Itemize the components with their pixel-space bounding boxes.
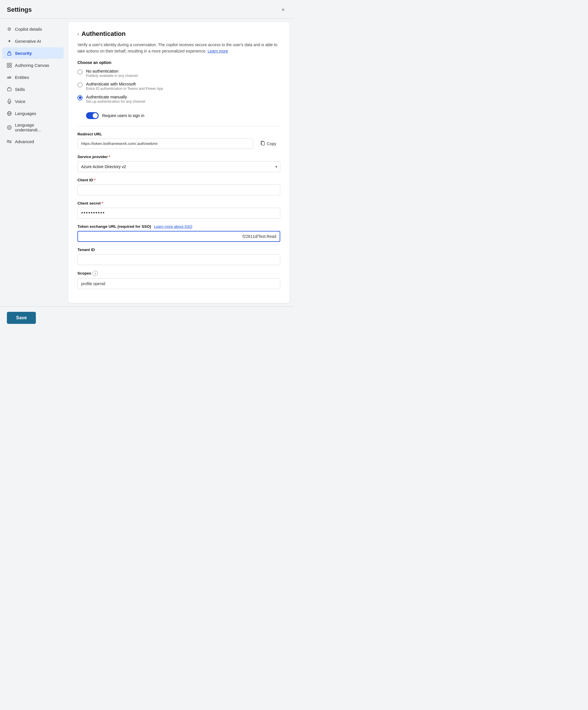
- service-provider-field: Service provider* Azure Active Directory…: [77, 155, 280, 172]
- sidebar-item-label: Voice: [15, 99, 25, 104]
- tenant-id-input[interactable]: [77, 254, 280, 265]
- back-row: ‹ Authentication: [77, 30, 280, 38]
- sso-learn-more-link[interactable]: Learn more about SSO: [154, 224, 192, 229]
- svg-point-16: [7, 140, 8, 141]
- svg-point-13: [8, 126, 10, 128]
- required-star: *: [94, 178, 95, 182]
- info-icon[interactable]: i: [93, 271, 98, 276]
- sidebar-item-language-understanding[interactable]: Language understandi...: [2, 120, 64, 135]
- sign-in-toggle-row: Require users to sign in: [86, 112, 280, 119]
- sidebar-item-skills[interactable]: Skills: [2, 84, 64, 95]
- service-provider-label: Service provider*: [77, 155, 280, 159]
- tenant-id-label: Tenant ID: [77, 247, 280, 252]
- sidebar-item-label: Copilot details: [15, 27, 42, 31]
- svg-rect-1: [7, 63, 9, 65]
- toggle-label: Require users to sign in: [102, 113, 144, 118]
- sidebar-item-security[interactable]: Security: [2, 47, 64, 59]
- sidebar-item-label: Languages: [15, 111, 36, 116]
- close-button[interactable]: ×: [279, 6, 287, 14]
- scopes-input[interactable]: [77, 278, 280, 289]
- radio-title-manual-auth: Authenticate manually: [86, 95, 145, 99]
- sidebar-item-generative-ai[interactable]: ✦ Generative AI: [2, 35, 64, 47]
- settings-window: Settings × ⚙ Copilot details ✦ Generativ…: [0, 0, 294, 355]
- redirect-url-input[interactable]: [77, 139, 253, 149]
- sidebar-item-voice[interactable]: Voice: [2, 96, 64, 107]
- radio-no-auth[interactable]: No authentication Publicly available in …: [77, 69, 280, 78]
- sidebar-item-advanced[interactable]: Advanced: [2, 136, 64, 147]
- sidebar-item-label: Entities: [15, 75, 29, 80]
- title-bar: Settings ×: [0, 0, 294, 18]
- radio-group: No authentication Publicly available in …: [77, 69, 280, 119]
- svg-rect-18: [262, 142, 264, 145]
- redirect-url-field: Redirect URL Copy: [77, 132, 280, 149]
- required-star: *: [101, 201, 103, 206]
- sidebar-item-languages[interactable]: Languages: [2, 108, 64, 119]
- scopes-label: Scopes i: [77, 271, 280, 276]
- tenant-id-field: Tenant ID: [77, 247, 280, 265]
- fields-section: Redirect URL Copy: [77, 126, 280, 289]
- client-id-field: Client ID*: [77, 178, 280, 195]
- advanced-icon: [6, 139, 12, 144]
- token-label-row: Token exchange URL (required for SSO) Le…: [77, 224, 280, 229]
- service-provider-select[interactable]: Azure Active Directory v2 Generic OAuth2…: [77, 161, 280, 172]
- sidebar-item-label: Security: [15, 51, 32, 56]
- learn-more-link[interactable]: Learn more: [208, 49, 228, 53]
- sidebar-item-label: Generative AI: [15, 39, 41, 44]
- copy-button[interactable]: Copy: [256, 139, 280, 149]
- token-exchange-url-input[interactable]: [77, 231, 280, 242]
- choose-option-label: Choose an option: [77, 60, 280, 65]
- radio-title-ms-auth: Authenticate with Microsoft: [86, 82, 163, 86]
- sidebar-item-label: Language understandi...: [15, 122, 60, 132]
- main-layout: ⚙ Copilot details ✦ Generative AI Securi…: [0, 19, 294, 306]
- sidebar-item-label: Skills: [15, 87, 25, 92]
- skills-icon: [6, 86, 12, 92]
- lock-icon: [6, 50, 12, 56]
- sidebar-item-label: Authoring Canvas: [15, 63, 49, 68]
- scopes-field: Scopes i: [77, 271, 280, 289]
- radio-manual-auth[interactable]: Authenticate manually Set up authenticat…: [77, 95, 280, 103]
- grid-icon: [6, 62, 12, 68]
- radio-sub-ms-auth: Entra ID authentication in Teams and Pow…: [86, 87, 163, 91]
- sign-in-toggle[interactable]: [86, 112, 99, 119]
- token-url-label: Token exchange URL (required for SSO): [77, 224, 151, 229]
- entities-icon: ab: [6, 74, 12, 80]
- toggle-knob: [93, 113, 98, 118]
- footer-bar: Save: [0, 306, 294, 329]
- sidebar-item-entities[interactable]: ab Entities: [2, 71, 64, 83]
- client-secret-input[interactable]: [77, 208, 280, 219]
- svg-point-12: [7, 125, 11, 129]
- svg-rect-2: [10, 63, 11, 65]
- gear-icon: ⚙: [6, 26, 12, 32]
- sidebar-item-label: Advanced: [15, 139, 34, 144]
- svg-rect-6: [8, 99, 10, 102]
- client-id-label: Client ID*: [77, 178, 280, 182]
- radio-sub-no-auth: Publicly available in any channel: [86, 74, 138, 78]
- sidebar-item-copilot-details[interactable]: ⚙ Copilot details: [2, 23, 64, 35]
- sidebar-item-authoring-canvas[interactable]: Authoring Canvas: [2, 60, 64, 71]
- client-id-input[interactable]: [77, 185, 280, 195]
- required-star: *: [109, 155, 110, 159]
- save-button[interactable]: Save: [7, 312, 36, 324]
- mic-icon: [6, 98, 12, 104]
- client-secret-field: Client secret*: [77, 201, 280, 219]
- copy-icon: [260, 141, 265, 147]
- token-exchange-url-field: Token exchange URL (required for SSO) Le…: [77, 224, 280, 242]
- client-secret-label: Client secret*: [77, 201, 280, 206]
- radio-circle-manual-auth: [77, 95, 83, 100]
- panel-title: Authentication: [81, 30, 126, 38]
- copy-label: Copy: [267, 141, 276, 146]
- service-provider-select-wrapper: Azure Active Directory v2 Generic OAuth2…: [77, 161, 280, 172]
- understanding-icon: [6, 124, 12, 130]
- radio-title-no-auth: No authentication: [86, 69, 138, 73]
- radio-sub-manual-auth: Set up authentication for any channel: [86, 99, 145, 103]
- panel-description: Verify a user's identity during a conver…: [77, 42, 280, 54]
- svg-rect-0: [8, 53, 11, 55]
- radio-ms-auth[interactable]: Authenticate with Microsoft Entra ID aut…: [77, 82, 280, 91]
- svg-point-17: [10, 142, 11, 143]
- back-button[interactable]: ‹: [77, 31, 79, 37]
- svg-rect-3: [7, 66, 9, 67]
- svg-rect-4: [10, 66, 11, 67]
- radio-circle-ms-auth: [77, 82, 83, 88]
- window-title: Settings: [7, 6, 32, 14]
- globe-icon: [6, 111, 12, 116]
